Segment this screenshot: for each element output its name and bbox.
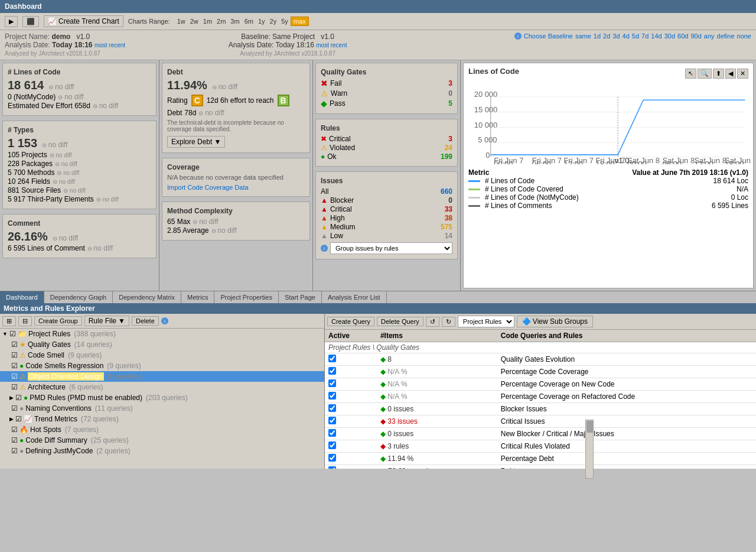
tree-item[interactable]: ☑ ● Defining JustMyCode (2 queries) [0,446,324,456]
checkbox[interactable]: ☑ [11,340,18,349]
checkbox[interactable]: ☑ [9,330,16,338]
checkbox[interactable]: ☑ [11,436,18,444]
import-coverage-link[interactable]: Import Code Coverage Data [167,184,249,191]
same-link[interactable]: same [575,33,591,40]
group-issues-select[interactable]: Group issues by rules [330,242,452,254]
active-checkbox[interactable] [328,466,336,469]
view-subgroups-button[interactable]: 🔷 View Sub Groups [517,316,593,327]
tree-item[interactable]: ☐ ● Statistics (12 queries) [0,456,324,459]
chart-cursor-button[interactable]: ↖ [685,69,696,79]
define-link[interactable]: define [717,33,735,40]
range-btn-1m[interactable]: 1m [201,17,214,25]
expand-arrow[interactable]: ▼ [2,331,8,337]
period-5d[interactable]: 5d [632,33,639,40]
range-btn-2w[interactable]: 2w [188,17,201,25]
table-row[interactable]: ◆ N/A % Percentage Coverage on Refactore… [325,391,756,403]
create-group-button[interactable]: Create Group [34,316,82,326]
refresh-button-1[interactable]: ↺ [426,317,439,327]
period-60d[interactable]: 60d [677,33,688,40]
range-btn-1y[interactable]: 1y [256,17,268,25]
tree-item[interactable]: ☑ ⚠ Architecture (6 queries) [0,382,324,392]
tab-analysis-error-list[interactable]: Analysis Error List [322,291,387,303]
range-btn-1w[interactable]: 1w [175,17,188,25]
delete-button[interactable]: Delete [132,316,159,326]
refresh-button-2[interactable]: ↻ [442,317,455,327]
period-2d[interactable]: 2d [603,33,610,40]
tree-item[interactable]: ☑ 🔥 Hot Spots (7 queries) [0,424,324,435]
table-row[interactable]: ◆ 3 rules Critical Rules Violated [325,440,756,453]
tree-item[interactable]: ☑ ● Code Diff Summary (25 queries) [0,435,324,446]
play-button[interactable]: ▶ [5,16,18,27]
active-checkbox[interactable] [328,454,336,462]
collapse-all-button[interactable]: ⊟ [18,316,32,326]
tree-item[interactable]: ☑ ★ Quality Gates (14 queries) [0,339,324,350]
active-checkbox[interactable] [328,379,336,387]
table-row[interactable]: ◆ 8 Quality Gates Evolution [325,353,756,366]
table-row[interactable]: ✖ 78.63 man-days Debt [325,465,756,469]
active-checkbox[interactable] [328,429,336,437]
checkbox[interactable]: ☑ [11,426,18,434]
range-btn-6m[interactable]: 6m [242,17,256,25]
chart-close-button[interactable]: ✕ [737,69,748,79]
expand-all-button[interactable]: ⊞ [2,316,16,326]
tree-item[interactable]: ▶ ☑ 📈 Trend Metrics (72 queries) [0,414,324,424]
tree-item[interactable]: ▶ ☑ ● PMD Rules (PMD must be enabled) (2… [0,392,324,403]
range-btn-3m[interactable]: 3m [228,17,242,25]
active-checkbox[interactable] [328,441,336,449]
tree-item[interactable]: ☑ ● Code Smells Regression (9 queries) [0,361,324,371]
range-btn-max[interactable]: max [291,17,309,26]
expand-arrow[interactable]: ▶ [9,395,14,401]
issues-info-icon[interactable]: i [321,245,328,252]
period-14d[interactable]: 14d [651,33,662,40]
delete-query-button[interactable]: Delete Query [377,317,423,326]
project-rules-dropdown[interactable]: Project Rules [458,316,514,327]
tree-item[interactable]: ☑ ● Naming Conventions (11 queries) [0,403,324,414]
table-row[interactable]: ◆ N/A % Percentage Coverage on New Code [325,378,756,391]
checkbox[interactable]: ☑ [15,415,22,423]
period-1d[interactable]: 1d [594,33,601,40]
expand-arrow[interactable]: ▶ [9,416,14,422]
range-btn-5y[interactable]: 5y [279,17,291,25]
tree-item[interactable]: ▼ ☑ 📁 Project Rules (388 queries) [0,329,324,339]
tab-dependency-matrix[interactable]: Dependency Matrix [113,291,181,303]
chart-back-button[interactable]: ◀ [725,69,736,79]
chart-export-button[interactable]: ⬆ [713,69,724,79]
choose-baseline-info-icon[interactable]: i [514,33,522,40]
table-row[interactable]: ◆ 33 issues Critical Issues [325,415,756,428]
table-row[interactable]: ◆ 0 issues Blocker Issues [325,403,756,415]
chart-zoom-button[interactable]: 🔍 [698,69,712,79]
checkbox[interactable]: ☑ [11,383,18,391]
range-btn-2m[interactable]: 2m [214,17,228,25]
checkbox[interactable]: ☑ [11,447,18,455]
period-4d[interactable]: 4d [623,33,630,40]
checkbox[interactable]: ☑ [11,372,18,381]
tree-item[interactable]: ☑ ⚠ Code Smell (9 queries) [0,350,324,361]
checkbox[interactable]: ☐ [11,457,18,459]
explore-debt-button[interactable]: Explore Debt ▼ [167,136,225,148]
record-button[interactable]: ⬛ [22,16,39,27]
choose-baseline-link[interactable]: Choose Baseline [524,33,573,40]
create-trend-chart-button[interactable]: 📈 Create Trend Chart [44,15,123,27]
create-query-button[interactable]: Create Query [327,317,374,326]
tab-metrics[interactable]: Metrics [181,291,214,303]
rule-file-button[interactable]: Rule File ▼ [84,316,129,326]
none-link[interactable]: none [737,33,751,40]
active-checkbox[interactable] [328,367,336,375]
checkbox[interactable]: ☑ [11,351,18,359]
active-checkbox[interactable] [328,404,336,412]
period-7d[interactable]: 7d [641,33,649,40]
active-checkbox[interactable] [328,417,336,424]
checkbox[interactable]: ☑ [11,362,18,370]
any-link[interactable]: any [704,33,715,40]
checkbox[interactable]: ☑ [15,394,22,402]
table-row[interactable]: ◆ 11.94 % Percentage Debt [325,453,756,465]
range-btn-2y[interactable]: 2y [268,17,279,25]
tab-project-properties[interactable]: Project Properties [214,291,278,303]
active-checkbox[interactable] [328,392,336,400]
tree-info-icon[interactable]: i [161,317,168,324]
period-3d[interactable]: 3d [612,33,620,40]
tab-dashboard[interactable]: Dashboard [0,291,44,303]
table-row[interactable]: ◆ 0 issues New Blocker / Critical / Majo… [325,428,756,440]
period-90d[interactable]: 90d [690,33,701,40]
checkbox[interactable]: ☑ [11,404,18,413]
